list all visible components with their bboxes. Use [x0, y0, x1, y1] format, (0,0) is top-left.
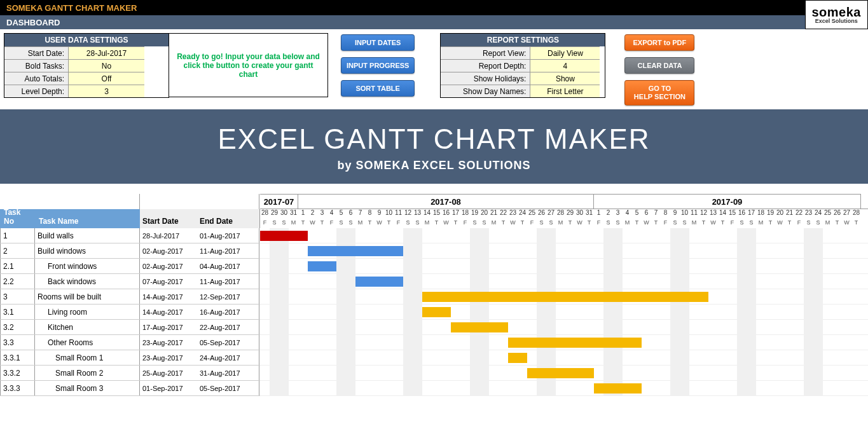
gantt-bar[interactable] — [451, 322, 508, 332]
gantt-bar[interactable] — [260, 231, 308, 241]
task-name-cell[interactable]: Build windows — [35, 243, 140, 258]
day-cell — [699, 320, 708, 335]
help-button[interactable]: GO TOHELP SECTION — [624, 80, 694, 106]
end-date-cell[interactable]: 12-Sep-2017 — [197, 289, 259, 304]
setting-value[interactable]: 4 — [530, 59, 600, 72]
end-date-cell[interactable]: 04-Aug-2017 — [197, 259, 259, 273]
setting-value[interactable]: Off — [68, 72, 144, 85]
day-cell — [689, 350, 699, 366]
end-date-cell[interactable]: 11-Aug-2017 — [197, 274, 259, 289]
gantt-bar[interactable] — [422, 292, 708, 302]
end-date-cell[interactable]: 31-Aug-2017 — [197, 366, 259, 380]
day-cell — [489, 228, 499, 243]
day-cell — [441, 366, 451, 381]
start-date-cell[interactable]: 23-Aug-2017 — [140, 335, 197, 350]
setting-value[interactable]: Show — [530, 72, 600, 85]
end-date-cell[interactable]: 16-Aug-2017 — [197, 305, 259, 319]
day-number: 17 — [451, 209, 460, 219]
gantt-bar[interactable] — [527, 368, 594, 378]
day-number: 1 — [298, 209, 308, 219]
day-cell — [727, 366, 737, 381]
sort-table-button[interactable]: SORT TABLE — [341, 80, 415, 97]
task-no-cell[interactable]: 3.3.1 — [0, 350, 35, 365]
gantt-bar[interactable] — [594, 383, 642, 394]
gantt-bar[interactable] — [308, 261, 336, 271]
day-cell — [375, 228, 384, 243]
input-dates-button[interactable]: INPUT DATES — [341, 34, 415, 51]
day-cell — [527, 259, 537, 274]
setting-value[interactable]: Daily View — [530, 46, 600, 59]
task-no-cell[interactable]: 3.3.2 — [0, 366, 35, 380]
day-letter: M — [556, 219, 565, 228]
setting-value[interactable]: First Letter — [530, 85, 600, 97]
day-letter: W — [708, 219, 718, 228]
gantt-bar[interactable] — [422, 307, 451, 317]
start-date-cell[interactable]: 25-Aug-2017 — [140, 366, 197, 380]
start-date-cell[interactable]: 01-Sep-2017 — [140, 381, 197, 395]
day-cell — [680, 335, 689, 350]
task-name-cell[interactable]: Small Room 3 — [35, 381, 140, 395]
end-date-cell[interactable]: 05-Sep-2017 — [197, 381, 259, 395]
setting-value[interactable]: 3 — [68, 85, 144, 97]
day-cell — [747, 274, 756, 289]
start-date-cell[interactable]: 02-Aug-2017 — [140, 259, 197, 273]
day-cell — [727, 305, 737, 320]
day-cell — [556, 274, 565, 289]
day-number: 22 — [794, 209, 804, 219]
day-letter: S — [804, 219, 813, 228]
task-no-cell[interactable]: 3.1 — [0, 305, 35, 319]
start-date-cell[interactable]: 14-Aug-2017 — [140, 289, 197, 304]
task-no-cell[interactable]: 3 — [0, 289, 35, 304]
day-cell — [823, 381, 832, 396]
start-date-cell[interactable]: 14-Aug-2017 — [140, 305, 197, 319]
task-no-cell[interactable]: 3.3.3 — [0, 381, 35, 395]
gantt-bar[interactable] — [308, 246, 403, 256]
task-name-cell[interactable]: Build walls — [35, 228, 140, 243]
task-name-cell[interactable]: Small Room 2 — [35, 366, 140, 380]
task-no-cell[interactable]: 2.1 — [0, 259, 35, 273]
end-date-cell[interactable]: 24-Aug-2017 — [197, 350, 259, 365]
task-no-cell[interactable]: 2.2 — [0, 274, 35, 289]
day-cell — [851, 289, 861, 305]
task-name-cell[interactable]: Other Rooms — [35, 335, 140, 350]
task-name-cell[interactable]: Kitchen — [35, 320, 140, 334]
day-cell — [336, 366, 346, 381]
gantt-bar[interactable] — [355, 277, 403, 287]
task-name-cell[interactable]: Rooms will be built — [35, 289, 140, 304]
setting-value[interactable]: No — [68, 59, 144, 72]
gantt-bar[interactable] — [508, 338, 642, 348]
day-cell — [632, 366, 642, 381]
end-date-cell[interactable]: 11-Aug-2017 — [197, 243, 259, 258]
day-number: 29 — [565, 209, 575, 219]
task-name-cell[interactable]: Living room — [35, 305, 140, 319]
day-cell — [575, 350, 584, 366]
task-no-cell[interactable]: 2 — [0, 243, 35, 258]
day-cell — [670, 228, 680, 243]
start-date-cell[interactable]: 17-Aug-2017 — [140, 320, 197, 334]
task-name-cell[interactable]: Back windows — [35, 274, 140, 289]
day-cell — [689, 381, 699, 396]
end-date-cell[interactable]: 01-Aug-2017 — [197, 228, 259, 243]
clear-data-button[interactable]: CLEAR DATA — [624, 57, 694, 74]
end-date-cell[interactable]: 05-Sep-2017 — [197, 335, 259, 350]
setting-value[interactable]: 28-Jul-2017 — [68, 46, 144, 59]
timeline: 2017-072017-082017-09 282930311234567891… — [260, 194, 868, 396]
day-cell — [718, 335, 727, 350]
start-date-cell[interactable]: 07-Aug-2017 — [140, 274, 197, 289]
task-name-cell[interactable]: Small Room 1 — [35, 350, 140, 365]
input-progress-button[interactable]: INPUT PROGRESS — [341, 57, 415, 74]
day-cell — [708, 274, 718, 289]
day-cell — [613, 305, 623, 320]
task-no-cell[interactable]: 3.2 — [0, 320, 35, 334]
task-no-cell[interactable]: 1 — [0, 228, 35, 243]
day-cell — [308, 320, 317, 335]
task-columns: Task No Task Name Start Date End Date 1B… — [0, 194, 260, 396]
start-date-cell[interactable]: 02-Aug-2017 — [140, 243, 197, 258]
start-date-cell[interactable]: 28-Jul-2017 — [140, 228, 197, 243]
task-name-cell[interactable]: Front windows — [35, 259, 140, 273]
end-date-cell[interactable]: 22-Aug-2017 — [197, 320, 259, 334]
export-pdf-button[interactable]: EXPORT to PDF — [624, 34, 694, 51]
task-no-cell[interactable]: 3.3 — [0, 335, 35, 350]
gantt-bar[interactable] — [508, 353, 527, 363]
start-date-cell[interactable]: 23-Aug-2017 — [140, 350, 197, 365]
